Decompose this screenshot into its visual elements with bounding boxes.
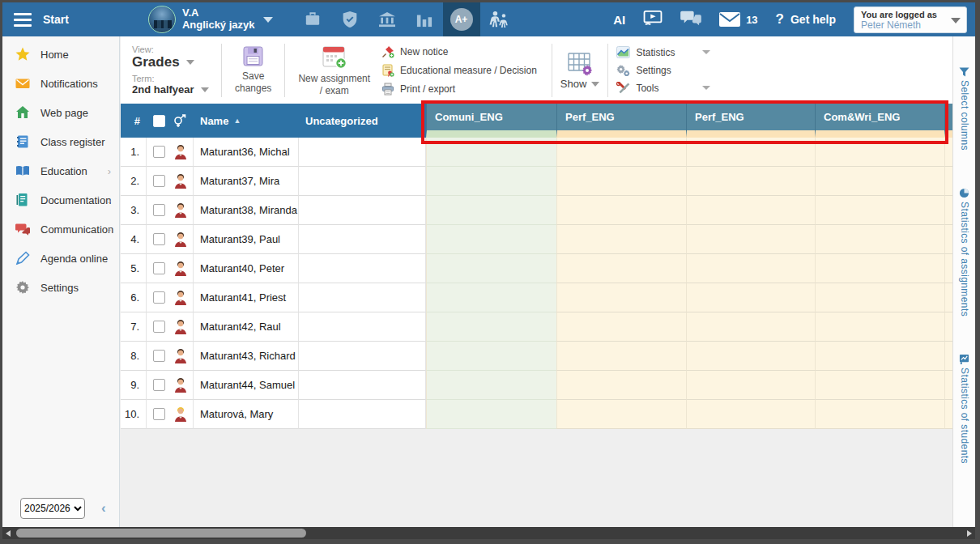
grade-cell[interactable]: [426, 312, 556, 342]
start-button[interactable]: Start: [43, 13, 69, 26]
term-select[interactable]: 2nd halfyear: [132, 83, 213, 96]
class-selector[interactable]: V.A Anglický jazyk: [148, 6, 273, 33]
grade-cell[interactable]: [426, 138, 556, 167]
row-checkbox[interactable]: [153, 321, 165, 333]
grade-cell[interactable]: [556, 400, 686, 429]
statistics-menu[interactable]: Statistics: [616, 46, 710, 58]
ai-button[interactable]: AI: [613, 13, 625, 27]
horizontal-scrollbar[interactable]: [2, 527, 975, 539]
grade-cell[interactable]: [426, 400, 556, 429]
settings-menu[interactable]: Settings: [616, 64, 710, 76]
grade-cell[interactable]: [686, 196, 815, 225]
scrollbar-thumb[interactable]: [16, 529, 306, 538]
grade-cell[interactable]: [815, 342, 944, 371]
show-button[interactable]: Show: [560, 50, 600, 90]
scroll-left-arrow-icon[interactable]: [6, 530, 11, 537]
save-changes-button[interactable]: Savechanges: [230, 45, 276, 95]
row-checkbox[interactable]: [153, 262, 165, 274]
grade-cell[interactable]: [815, 167, 944, 196]
row-checkbox[interactable]: [153, 379, 165, 391]
student-name[interactable]: Maturant42, Raul: [194, 312, 299, 342]
view-select[interactable]: Grades: [132, 54, 213, 70]
grade-cell[interactable]: [556, 342, 686, 371]
new-assignment-button[interactable]: New assignment/ exam: [293, 44, 375, 97]
grade-cell[interactable]: [815, 225, 944, 254]
grade-cell[interactable]: [426, 225, 556, 254]
grade-cell[interactable]: [686, 283, 815, 312]
results-chart-icon[interactable]: [406, 2, 443, 36]
grade-cell[interactable]: [686, 138, 815, 167]
new-notice-button[interactable]: New notice: [381, 45, 537, 58]
row-checkbox[interactable]: [153, 146, 165, 158]
student-name[interactable]: Maturant36, Michal: [194, 138, 299, 167]
grade-cell[interactable]: [556, 225, 686, 254]
grade-cell[interactable]: [426, 196, 556, 225]
column-header-uncategorized[interactable]: Uncategorized: [299, 104, 426, 138]
grade-cell-uncategorized[interactable]: [299, 342, 426, 371]
get-help-button[interactable]: ? Get help: [776, 11, 836, 28]
sidebar-item-documentation[interactable]: Documentation ›: [2, 185, 119, 215]
scroll-right-arrow-icon[interactable]: [967, 530, 972, 537]
sidebar-item-home[interactable]: Home: [2, 40, 119, 69]
student-name[interactable]: Maturant44, Samuel: [194, 371, 299, 400]
logged-in-user-menu[interactable]: You are logged as Peter Németh: [854, 6, 967, 33]
sidebar-item-communication[interactable]: Communication ›: [2, 215, 119, 244]
grades-icon[interactable]: A+: [443, 2, 480, 36]
grade-cell[interactable]: [686, 167, 815, 196]
grade-cell[interactable]: [426, 371, 556, 400]
grade-cell[interactable]: [556, 138, 686, 167]
collapse-sidebar-arrow[interactable]: ‹: [101, 500, 106, 516]
grade-cell[interactable]: [815, 312, 944, 342]
grade-cell-uncategorized[interactable]: [299, 371, 426, 400]
cast-icon[interactable]: [643, 10, 663, 29]
student-name[interactable]: Maturant39, Paul: [194, 225, 299, 254]
education-bank-icon[interactable]: [369, 2, 406, 36]
grade-cell-uncategorized[interactable]: [299, 400, 426, 429]
grade-cell-uncategorized[interactable]: [299, 138, 426, 167]
school-year-select[interactable]: 2025/2026: [20, 498, 85, 519]
grade-cell-uncategorized[interactable]: [299, 254, 426, 283]
grade-cell[interactable]: [815, 283, 944, 312]
row-checkbox[interactable]: [153, 204, 165, 216]
messages-button[interactable]: 13: [719, 12, 757, 27]
grade-cell-uncategorized[interactable]: [299, 196, 426, 225]
grade-cell-uncategorized[interactable]: [299, 167, 426, 196]
column-header-assignment[interactable]: Com&Wri_ENG: [815, 104, 944, 138]
grade-cell[interactable]: [556, 167, 686, 196]
sidebar-item-web-page[interactable]: Web page: [2, 98, 119, 127]
grade-cell[interactable]: [556, 196, 686, 225]
grade-cell-uncategorized[interactable]: [299, 312, 426, 342]
briefcase-icon[interactable]: [294, 2, 331, 36]
column-header-name[interactable]: Name ▲: [194, 104, 299, 138]
shield-check-icon[interactable]: [331, 2, 369, 36]
student-name[interactable]: Maturant38, Miranda: [194, 196, 299, 225]
grade-cell[interactable]: [686, 225, 815, 254]
print-export-button[interactable]: Print / export: [381, 83, 537, 96]
grade-cell[interactable]: [426, 254, 556, 283]
grade-cell[interactable]: [556, 371, 686, 400]
student-name[interactable]: Maturant40, Peter: [194, 254, 299, 283]
row-checkbox[interactable]: [153, 408, 165, 420]
grade-cell-uncategorized[interactable]: [299, 225, 426, 254]
grade-cell[interactable]: [426, 167, 556, 196]
row-checkbox[interactable]: [153, 175, 165, 187]
grade-cell[interactable]: [556, 254, 686, 283]
grade-cell[interactable]: [686, 342, 815, 371]
grade-cell[interactable]: [426, 283, 556, 312]
grade-cell[interactable]: [426, 342, 556, 371]
column-header-assignment[interactable]: Perf_ENG: [556, 104, 686, 138]
students-parents-icon[interactable]: [480, 2, 518, 36]
row-checkbox[interactable]: [153, 291, 165, 304]
grade-cell[interactable]: [556, 283, 686, 312]
student-name[interactable]: Maturová, Mary: [194, 400, 299, 429]
statistics-of-students-tab[interactable]: Statistics of students: [959, 354, 970, 464]
grade-cell[interactable]: [686, 371, 815, 400]
educational-measure-button[interactable]: Educational measure / Decision: [381, 64, 537, 77]
sidebar-item-notifications[interactable]: Notifications: [2, 69, 119, 98]
sidebar-item-class-register[interactable]: Class register: [2, 127, 119, 156]
sidebar-item-education[interactable]: Education ›: [2, 156, 119, 185]
grade-cell[interactable]: [815, 371, 944, 400]
sidebar-item-settings[interactable]: Settings: [2, 273, 119, 302]
row-checkbox[interactable]: [153, 233, 165, 245]
grade-cell[interactable]: [815, 254, 944, 283]
